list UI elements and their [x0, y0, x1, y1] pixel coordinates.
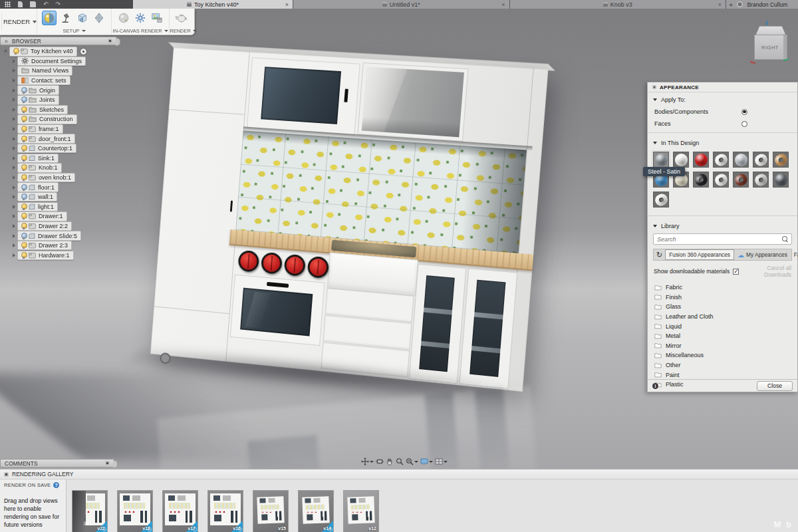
pan-hand-button[interactable]	[386, 458, 394, 466]
workspace-menu[interactable]: RENDER	[3, 9, 37, 35]
rendering-gallery-header[interactable]: RENDERING GALLERY	[0, 469, 798, 479]
material-swatch[interactable]	[693, 172, 709, 188]
material-swatch[interactable]	[773, 152, 789, 168]
render-thumbnail-v16[interactable]: v16	[207, 490, 243, 532]
tree-expand-icon[interactable]	[10, 68, 17, 72]
tree-item-origin[interactable]: Origin	[2, 85, 87, 95]
tree-expand-icon[interactable]	[2, 49, 9, 53]
visibility-bulb-icon[interactable]	[21, 96, 26, 103]
activate-component-icon[interactable]	[80, 48, 87, 55]
material-swatch[interactable]	[733, 172, 749, 188]
tree-item-drawer-2-2[interactable]: Drawer 2:2	[2, 221, 87, 231]
tree-expand-icon[interactable]	[10, 205, 17, 209]
render-thumbnail-v14[interactable]: v14	[298, 490, 334, 532]
tree-expand-icon[interactable]	[10, 253, 17, 257]
viewports-button[interactable]	[435, 458, 448, 466]
view-cube-front-face[interactable]: RIGHT	[754, 35, 786, 60]
panel-options-icon[interactable]	[4, 472, 9, 477]
tree-expand-icon[interactable]	[10, 176, 17, 180]
visibility-bulb-icon[interactable]	[21, 194, 26, 200]
tree-item-pill[interactable]: Sink:1	[17, 154, 59, 164]
tree-item-hardware-1[interactable]: Hardware:1	[2, 250, 87, 260]
visibility-bulb-icon[interactable]	[21, 136, 26, 142]
visibility-bulb-icon[interactable]	[21, 164, 26, 171]
save-icon[interactable]	[30, 1, 36, 7]
panel-options-icon[interactable]	[108, 39, 112, 43]
tree-item-joints[interactable]: Joints	[2, 95, 87, 105]
tree-item-construction[interactable]: Construction	[2, 114, 87, 124]
tree-expand-icon[interactable]	[10, 214, 17, 218]
category-miscellaneous[interactable]: Miscellaneous	[648, 350, 797, 360]
tree-item-wall-1[interactable]: wall:1	[2, 192, 87, 202]
appearance-tool-button[interactable]	[42, 11, 57, 25]
tree-expand-icon[interactable]	[10, 243, 17, 247]
app-grid-icon[interactable]	[5, 1, 11, 7]
tree-expand-icon[interactable]	[10, 127, 17, 131]
apply-to-section-header[interactable]: Apply To:	[648, 92, 797, 106]
tree-item-pill[interactable]: Joints	[17, 95, 59, 105]
tree-item-sketches[interactable]: Sketches	[2, 105, 87, 115]
tree-item-pill[interactable]: Drawer 2:2	[17, 221, 72, 231]
library-section-header[interactable]: Library	[648, 219, 797, 232]
user-avatar[interactable]	[737, 1, 743, 7]
look-at-button[interactable]	[376, 458, 384, 466]
tree-expand-icon[interactable]	[10, 146, 17, 150]
apply-to-faces-option[interactable]: Faces	[648, 118, 797, 130]
close-icon[interactable]: ×	[501, 1, 505, 8]
material-swatch[interactable]	[653, 192, 669, 207]
tree-item-pill[interactable]: Hardware:1	[17, 251, 74, 261]
tree-item-pill[interactable]: Origin	[17, 85, 59, 95]
tree-expand-icon[interactable]	[10, 59, 17, 63]
tree-item-drawer-1[interactable]: Drawer:1	[2, 211, 87, 221]
category-leather-and-cloth[interactable]: Leather and Cloth	[648, 312, 797, 322]
tree-item-oven-knob-1[interactable]: oven knob:1	[2, 173, 87, 183]
visibility-bulb-icon[interactable]	[21, 174, 26, 181]
material-swatch[interactable]	[773, 172, 789, 188]
tree-expand-icon[interactable]	[10, 166, 17, 170]
radio-selected-icon[interactable]	[741, 109, 747, 115]
tree-item-countertop-1[interactable]: Countertop:1	[2, 144, 87, 154]
checkbox-checked-icon[interactable]	[733, 269, 739, 275]
visibility-bulb-icon[interactable]	[13, 48, 18, 55]
tree-item-pill[interactable]: Drawer Slide:5	[17, 231, 81, 241]
zoom-window-button[interactable]	[406, 458, 418, 466]
render-thumbnail-v21[interactable]: v21	[72, 490, 108, 532]
in-canvas-render-button[interactable]	[116, 11, 131, 25]
category-glass[interactable]: Glass	[648, 302, 797, 312]
tree-expand-icon[interactable]	[10, 156, 17, 160]
material-swatch[interactable]	[753, 172, 769, 188]
render-settings-button[interactable]	[133, 11, 148, 25]
panel-options-icon[interactable]	[105, 461, 110, 466]
render-thumbnail-v18[interactable]: v18	[117, 490, 153, 532]
tree-item-knob-1[interactable]: Knob:1	[2, 163, 87, 173]
visibility-bulb-icon[interactable]	[21, 87, 26, 94]
tree-item-sink-1[interactable]: Sink:1	[2, 154, 87, 164]
close-button[interactable]: Close	[757, 381, 793, 391]
tree-item-pill[interactable]: door_front:1	[17, 134, 75, 144]
render-button[interactable]	[174, 11, 189, 25]
collapse-left-icon[interactable]: «	[5, 38, 8, 45]
tree-item-door-front-1[interactable]: door_front:1	[2, 134, 87, 144]
document-tab[interactable]: Toy Kitchen v40*×	[133, 0, 293, 9]
visibility-bulb-icon[interactable]	[21, 116, 26, 122]
user-name[interactable]: Brandon Cullum	[747, 1, 787, 8]
visibility-bulb-icon[interactable]	[21, 252, 26, 259]
comments-header[interactable]: COMMENTS	[0, 459, 114, 467]
browser-header[interactable]: « BROWSER	[0, 37, 117, 45]
tree-expand-icon[interactable]	[10, 186, 17, 190]
tree-item-pill[interactable]: frame:1	[17, 124, 63, 134]
tree-item-drawer-2-3[interactable]: Drawer 2:3	[2, 241, 87, 251]
tree-item-pill[interactable]: floor:1	[17, 182, 59, 192]
tree-expand-icon[interactable]	[10, 224, 17, 228]
tree-expand-icon[interactable]	[10, 137, 17, 141]
render-group-label[interactable]: RENDER	[170, 28, 197, 34]
tree-item-pill[interactable]: Countertop:1	[17, 144, 76, 154]
tree-expand-icon[interactable]	[10, 88, 17, 92]
document-tab[interactable]: Untitled v1*×	[293, 0, 509, 9]
tree-item-pill[interactable]: Document Settings	[17, 57, 86, 66]
category-metal[interactable]: Metal	[648, 331, 797, 341]
visibility-bulb-icon[interactable]	[21, 223, 26, 229]
render-thumbnail-v17[interactable]: v17	[162, 490, 198, 532]
view-cube[interactable]: RIGHT	[753, 26, 787, 67]
visibility-bulb-icon[interactable]	[21, 126, 26, 132]
